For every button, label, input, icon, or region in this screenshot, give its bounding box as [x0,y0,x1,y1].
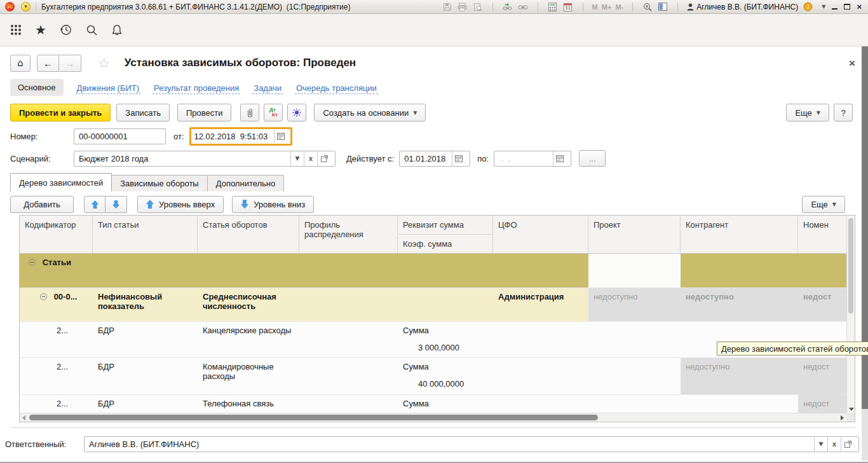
cell-article-type[interactable]: Нефинансовый показатель [93,288,198,321]
table-row-telephony[interactable]: 2... БДР Телефонная связь Сумма недост [20,395,846,413]
valid-to-input[interactable]: . . [494,151,571,167]
cell-article[interactable]: Канцелярские расходы [198,322,299,357]
scroll-left-arrow-icon[interactable] [22,415,25,420]
tab-dependent-turnovers[interactable]: Зависимые обороты [111,175,208,191]
cell-codifier[interactable]: 2... [20,358,93,394]
print-icon[interactable] [457,2,468,12]
cell-profile[interactable] [299,395,398,413]
scenario-clear-icon[interactable]: x [304,151,317,166]
column-header-profile[interactable]: Профиль распределения [299,216,398,253]
column-header-contragent[interactable]: Контрагент [681,216,798,253]
cell-cfo[interactable] [493,395,588,413]
tree-more-button[interactable]: Еще▼ [802,196,845,213]
cell-article[interactable]: Среднесписочная численность [198,288,299,321]
calculator-icon[interactable] [547,2,559,12]
tab-translation-queue[interactable]: Очередь трансляции [295,81,378,94]
scroll-down-arrow-icon[interactable] [849,408,854,411]
cell-article-type[interactable]: БДР [93,322,198,357]
tab-main[interactable]: Основное [10,79,64,96]
cell-project[interactable] [588,254,681,287]
attachments-button[interactable] [240,104,259,121]
cell-nomenclature-unavailable[interactable]: недост [798,358,846,394]
cell-nomenclature-unavailable[interactable]: недост [798,288,846,321]
hint-button[interactable] [287,104,306,121]
form-vertical-scrollbar[interactable] [862,46,868,460]
column-header-article[interactable]: Статья оборотов [198,216,299,253]
cell-article[interactable]: Командировочные расходы [198,358,299,394]
back-button[interactable]: ← [37,55,59,72]
cell-requisite[interactable]: Сумма [398,395,493,413]
print-preview-icon[interactable] [472,2,484,12]
cell-requisite[interactable]: Сумма 3 000,0000 [398,322,493,357]
info-dropdown-icon[interactable]: ▼ [822,4,825,10]
split-view-icon[interactable] [657,2,668,12]
collapse-node-icon[interactable] [29,259,36,266]
scenario-open-icon[interactable] [317,151,330,166]
column-header-requisite[interactable]: Реквизит сумма [398,216,492,235]
calendar-picker-icon[interactable] [274,130,287,142]
minimize-button[interactable] [832,4,837,10]
cell-cfo[interactable] [493,322,588,357]
save-icon[interactable] [442,2,453,12]
zoom-icon[interactable] [642,2,653,12]
period-dots-button[interactable]: ... [579,150,606,167]
search-icon[interactable] [86,24,98,36]
cell-profile[interactable] [299,288,398,321]
horizontal-scroll-thumb[interactable] [29,415,598,420]
close-form-icon[interactable]: × [849,58,855,69]
vertical-scroll-thumb[interactable] [848,218,853,314]
calendar-icon[interactable]: 31 [562,2,574,12]
tab-movements[interactable]: Движения (БИТ) [76,81,140,94]
table-row-group-articles[interactable]: Статьи [20,254,846,288]
level-up-button[interactable]: Уровень вверх [137,196,224,213]
table-horizontal-scrollbar[interactable] [20,413,846,422]
info-icon[interactable]: i [802,2,813,12]
cell-profile[interactable] [299,322,398,357]
cell-contragent[interactable] [681,254,798,287]
table-vertical-scrollbar[interactable] [846,216,855,413]
scenario-combobox[interactable]: Бюджет 2018 года ▼ x [74,151,336,167]
cell-requisite[interactable]: Сумма 40 000,0000 [398,358,493,394]
cell-codifier[interactable]: 2... [20,322,93,357]
responsible-dropdown-icon[interactable]: ▼ [814,437,827,452]
calendar-picker-icon[interactable] [553,151,566,166]
cell-codifier[interactable]: Статьи [20,254,588,287]
dt-kt-button[interactable]: ДтКт [264,104,283,121]
number-input[interactable]: 00-00000001 [74,128,166,144]
memory-add-button[interactable]: M+ [602,3,612,11]
cell-nomenclature-unavailable[interactable]: недост [798,395,846,413]
scenario-dropdown-icon[interactable]: ▼ [290,151,304,166]
cell-cfo[interactable] [493,358,588,394]
maximize-button[interactable] [844,4,850,10]
tab-tasks[interactable]: Задачи [252,81,283,94]
help-button[interactable]: ? [834,104,853,121]
home-button[interactable]: ⌂ [10,55,31,72]
scroll-right-arrow-icon[interactable] [841,415,844,420]
column-header-nomenclature[interactable]: Номен [798,216,846,253]
tab-dependency-tree[interactable]: Дерево зависимостей [10,173,112,191]
cell-project-unavailable[interactable]: недоступно [588,288,681,321]
column-header-cfo[interactable]: ЦФО [493,216,588,253]
memory-subtract-button[interactable]: M- [615,3,623,11]
cell-project[interactable] [588,395,681,413]
create-based-on-button[interactable]: Создать на основании▼ [314,104,426,121]
add-button[interactable]: Добавить [10,196,74,213]
cell-project[interactable] [588,358,681,394]
document-datetime-input[interactable]: 12.02.2018 9:51:03 [189,127,292,146]
current-user[interactable]: Агличев В.В. (БИТ.ФИНАНС) [687,3,798,11]
move-up-button[interactable] [84,196,105,213]
tab-additional[interactable]: Дополнительно [207,175,285,191]
valid-from-input[interactable]: 01.01.2018 [399,151,470,167]
cell-contragent[interactable] [681,395,798,413]
responsible-combobox[interactable]: Агличев В.В. (БИТ.ФИНАНС) ▼ x [84,436,859,452]
cell-contragent-unavailable[interactable]: недоступно [681,288,798,321]
calendar-picker-icon[interactable] [452,151,465,166]
column-header-codifier[interactable]: Кодификатор [20,216,93,253]
level-down-button[interactable]: Уровень вниз [232,196,314,213]
cell-article-type[interactable]: БДР [93,395,198,413]
column-header-project[interactable]: Проект [588,216,681,253]
close-window-button[interactable]: × [857,3,862,11]
move-down-button[interactable] [105,196,127,213]
tab-posting-result[interactable]: Результат проведения [153,81,240,94]
get-link-icon[interactable] [517,2,529,12]
